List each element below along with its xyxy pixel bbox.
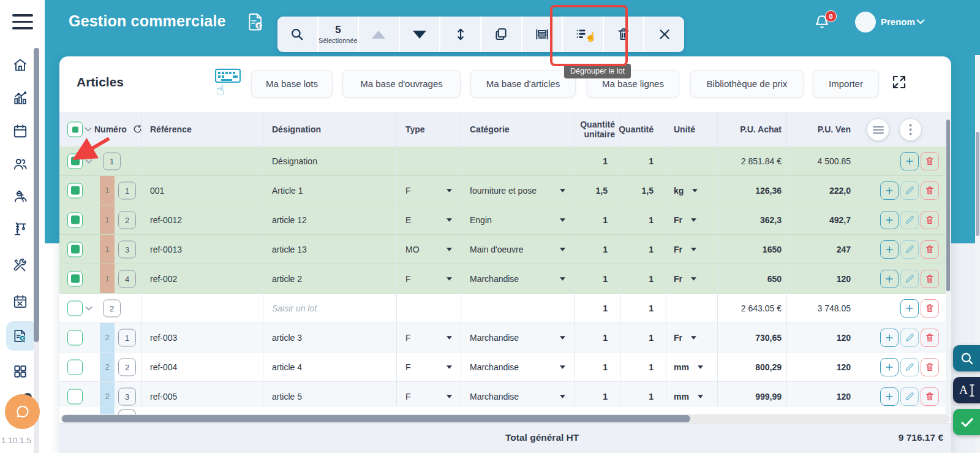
cell-unit-select[interactable]: Fr xyxy=(666,323,718,352)
cell-qty-unit[interactable]: 1 xyxy=(575,323,620,352)
cell-type-select[interactable]: F xyxy=(397,323,461,352)
header-designation[interactable]: Désignation xyxy=(263,112,397,147)
toolbar-move-down-button[interactable] xyxy=(400,17,441,52)
sidebar-item-tools[interactable] xyxy=(12,258,28,274)
cell-pu-vente[interactable]: 3 748.05 xyxy=(787,294,852,322)
chat-button[interactable] xyxy=(5,394,40,429)
fullscreen-button[interactable] xyxy=(890,73,908,91)
dropdown-caret-icon[interactable] xyxy=(691,277,696,281)
header-qty[interactable]: Quantité xyxy=(620,112,666,147)
cell-pu-vente[interactable]: 4 500.85 xyxy=(787,147,852,175)
ai-text-button[interactable]: A xyxy=(953,377,980,403)
delete-row-button[interactable] xyxy=(921,387,939,406)
table-view-options-button[interactable] xyxy=(867,119,889,140)
cell-type-select[interactable]: MO xyxy=(397,235,461,264)
toolbar-group-lot-button[interactable] xyxy=(522,17,564,52)
bibliotheque-de-prix-button[interactable]: Bibliothèque de prix xyxy=(690,70,804,97)
table-vertical-scrollbar[interactable] xyxy=(946,115,951,415)
cell-pu-vente[interactable]: 492,7 xyxy=(787,205,852,234)
lot-number-box[interactable]: 2 xyxy=(103,299,121,317)
edit-row-button[interactable] xyxy=(900,329,919,347)
cell-qty[interactable]: 1 xyxy=(620,205,666,234)
add-row-button[interactable] xyxy=(880,211,899,229)
header-pu-vente[interactable]: P.U. Ven xyxy=(787,112,852,147)
add-row-button[interactable] xyxy=(880,387,899,406)
cell-qty[interactable]: 1 xyxy=(620,147,666,175)
user-avatar[interactable] xyxy=(855,12,876,32)
user-menu-chevron-icon[interactable] xyxy=(916,19,925,25)
cell-qty[interactable]: 1 xyxy=(620,352,666,381)
row-checkbox[interactable] xyxy=(67,300,83,316)
row-checkbox[interactable] xyxy=(67,242,83,257)
cell-qty[interactable]: 1,5 xyxy=(620,176,666,205)
dropdown-caret-icon[interactable] xyxy=(447,189,452,192)
cell-designation[interactable]: article 2 xyxy=(263,264,397,293)
toolbar-delete-button[interactable] xyxy=(604,17,645,52)
dropdown-caret-icon[interactable] xyxy=(560,189,565,192)
header-unit[interactable]: Unité xyxy=(666,112,718,147)
sidebar-item-crane[interactable] xyxy=(12,221,28,237)
row-checkbox[interactable] xyxy=(67,153,83,169)
cell-qty[interactable]: 1 xyxy=(620,264,666,293)
dropdown-caret-icon[interactable] xyxy=(447,395,452,398)
sidebar-item-maintenance-planning[interactable] xyxy=(12,294,28,310)
cell-unit-select[interactable]: mm xyxy=(666,352,718,381)
toolbar-duplicate-button[interactable] xyxy=(481,17,522,52)
sidebar-item-home[interactable] xyxy=(12,57,28,73)
delete-row-button[interactable] xyxy=(921,329,939,347)
cell-qty-unit[interactable]: 1 xyxy=(575,352,620,381)
cell-qty[interactable]: 1 xyxy=(620,323,666,352)
toolbar-move-up-button[interactable] xyxy=(359,17,400,52)
dropdown-caret-icon[interactable] xyxy=(447,277,452,281)
dropdown-caret-icon[interactable] xyxy=(691,336,696,340)
row-number-box[interactable]: 1 xyxy=(118,181,136,199)
delete-row-button[interactable] xyxy=(921,240,939,259)
edit-row-button[interactable] xyxy=(900,387,919,406)
header-qty-unit[interactable]: Quantité unitaire xyxy=(575,112,620,147)
validate-button[interactable] xyxy=(953,409,980,435)
sidebar-item-workers[interactable] xyxy=(12,188,28,204)
cell-pu-achat[interactable]: 362,3 xyxy=(718,205,787,234)
row-number-box[interactable]: 2 xyxy=(118,211,136,229)
cell-unit-select[interactable]: Fr xyxy=(666,205,718,234)
horizontal-scroll-thumb[interactable] xyxy=(62,415,690,422)
ma-base-articles-button[interactable]: Ma base d'articles xyxy=(470,70,576,97)
cell-category-select[interactable]: fourniture et pose xyxy=(461,176,575,205)
cell-designation[interactable]: Désignation xyxy=(263,147,397,175)
lot-collapse-chevron-icon[interactable] xyxy=(85,159,92,164)
delete-row-button[interactable] xyxy=(921,270,939,288)
cell-qty[interactable]: 1 xyxy=(620,235,666,264)
row-number-box[interactable]: 1 xyxy=(118,329,136,346)
table-scroll-thumb[interactable] xyxy=(946,120,950,291)
cell-qty-unit[interactable]: 1 xyxy=(575,205,620,234)
row-number-box[interactable]: 3 xyxy=(118,387,136,405)
delete-row-button[interactable] xyxy=(921,152,939,170)
table-more-options-button[interactable] xyxy=(900,119,921,140)
cell-type-select[interactable]: E xyxy=(397,205,461,234)
cell-designation[interactable]: article 3 xyxy=(263,323,397,352)
sidebar-item-clients[interactable] xyxy=(12,156,28,172)
sidebar-item-calendar[interactable] xyxy=(12,123,28,139)
dropdown-caret-icon[interactable] xyxy=(691,248,696,251)
add-row-button[interactable] xyxy=(880,181,899,200)
cell-category-select[interactable]: Marchandise xyxy=(461,264,575,293)
delete-row-button[interactable] xyxy=(921,211,939,229)
menu-toggle-button[interactable] xyxy=(12,14,33,30)
sidebar-item-modules[interactable] xyxy=(12,364,28,379)
dropdown-caret-icon[interactable] xyxy=(560,277,565,281)
cell-unit-select[interactable]: Fr xyxy=(666,235,718,264)
cell-category-select[interactable]: Marchandise xyxy=(461,323,575,352)
cell-designation[interactable]: Saisir un lot xyxy=(263,294,397,322)
cell-reference[interactable]: ref-004 xyxy=(141,352,263,381)
cell-reference[interactable]: 001 xyxy=(141,176,263,205)
cell-reference[interactable]: ref-0012 xyxy=(141,205,263,234)
cell-pu-vente[interactable]: 247 xyxy=(787,235,852,264)
cell-pu-achat[interactable]: 800,29 xyxy=(718,352,787,381)
cell-pu-vente[interactable]: 222,0 xyxy=(787,176,852,205)
cell-designation[interactable]: article 12 xyxy=(263,205,397,234)
cell-type-select[interactable]: F xyxy=(397,264,461,293)
dropdown-caret-icon[interactable] xyxy=(692,189,698,192)
cell-reference[interactable]: ref-002 xyxy=(141,264,263,293)
cell-pu-achat[interactable]: 2 643.05 € xyxy=(718,294,787,322)
delete-row-button[interactable] xyxy=(921,181,939,200)
